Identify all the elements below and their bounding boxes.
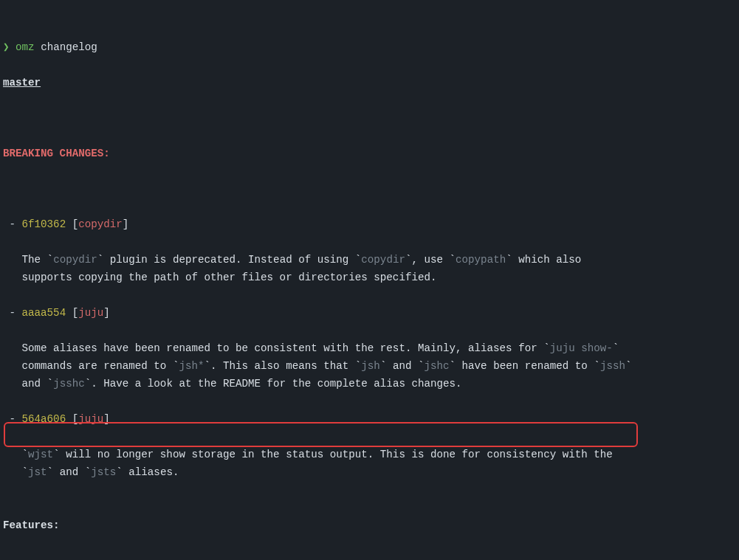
breaking-body-line: and `jsshc`. Have a look at the README f… xyxy=(3,375,736,393)
commit-hash: 6f10362 xyxy=(22,218,66,230)
breaking-body-line: supports copying the path of other files… xyxy=(3,269,736,286)
branch-name: master xyxy=(3,77,41,89)
breaking-item-header: - aaaa554 [juju] xyxy=(3,304,736,322)
branch-line: master xyxy=(3,74,736,91)
prompt-arg: changelog xyxy=(41,41,97,53)
plugin-name: juju xyxy=(78,307,103,319)
breaking-body-line: The `copydir` plugin is deprecated. Inst… xyxy=(3,251,736,269)
terminal[interactable]: ❯ omz changelog master BREAKING CHANGES:… xyxy=(0,0,739,560)
breaking-body-line: Some aliases have been renamed to be con… xyxy=(3,339,736,357)
breaking-body-line: commands are renamed to `jsh*`. This als… xyxy=(3,357,736,375)
breaking-header: BREAKING CHANGES: xyxy=(3,148,110,159)
plugin-name: copydir xyxy=(78,218,123,230)
breaking-item-header: - 564a606 [juju] xyxy=(3,410,736,428)
prompt-line: ❯ omz changelog xyxy=(3,38,736,56)
breaking-body-line: `wjst` will no longer show storage in th… xyxy=(3,446,736,463)
prompt-command: omz xyxy=(16,41,35,53)
commit-hash: 564a606 xyxy=(22,413,66,425)
plugin-name: juju xyxy=(78,413,103,425)
breaking-body-line: `jst` and `jsts` aliases. xyxy=(3,463,736,481)
features-header: Features: xyxy=(3,519,60,531)
prompt-symbol: ❯ xyxy=(3,41,10,53)
breaking-item-header: - 6f10362 [copydir] xyxy=(3,215,736,233)
commit-hash: aaaa554 xyxy=(22,307,66,319)
